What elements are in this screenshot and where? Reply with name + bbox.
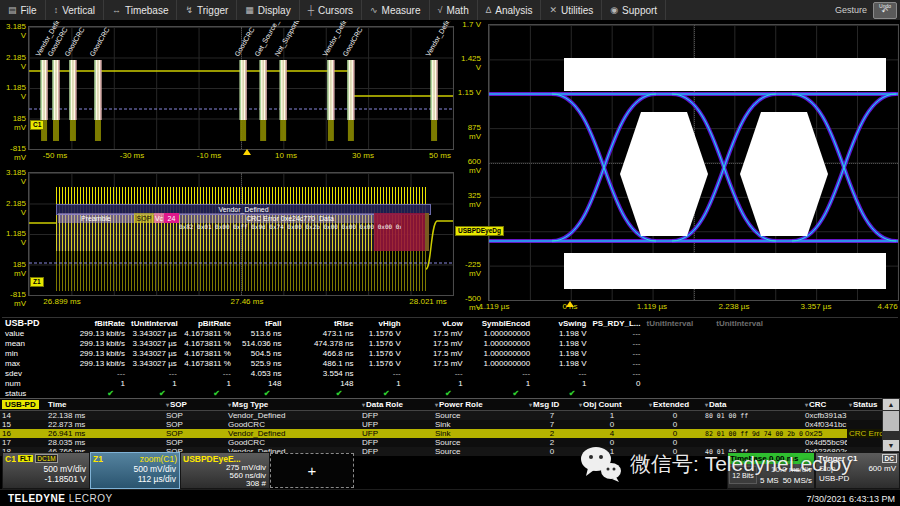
- segment-data[interactable]: CRC Error 0xe24c770 Data: [179, 213, 401, 223]
- x-tick-label: 26.899 ms: [34, 297, 90, 306]
- measure-cell: 1.000000000: [466, 338, 534, 348]
- measure-cell: 299.13 kbit/s: [47, 338, 128, 348]
- decode-row[interactable]: 1422.138 msSOPVendor_DefinedDFPSource710…: [0, 411, 882, 421]
- add-trace-button[interactable]: +: [270, 453, 354, 488]
- trigger-position-marker[interactable]: [243, 149, 251, 155]
- channel-descriptor-c1[interactable]: C1 FLT DC1M 500 mV/div -1.18501 V: [2, 452, 90, 489]
- measure-cell: ---: [466, 368, 534, 378]
- segment-preamble[interactable]: Preamble: [58, 213, 134, 223]
- decode-column-header[interactable]: SOP: [164, 399, 226, 411]
- segment-sop[interactable]: SOP: [134, 213, 154, 223]
- measure-cell: [644, 378, 714, 388]
- decode-column-header[interactable]: Data Role: [360, 399, 433, 411]
- menu-item-utilities[interactable]: ✕Utilities: [541, 0, 602, 20]
- x-tick-label: 27.46 ms: [219, 297, 275, 306]
- menu-item-trigger[interactable]: ↯Trigger: [177, 0, 237, 20]
- measure-cell: ✔: [533, 388, 589, 398]
- measure-cell: ---: [357, 368, 404, 378]
- zoom-plot[interactable]: Vendor_Defined Preamble SOP Vc 24 CRC Er…: [28, 172, 454, 296]
- vertical-offset: -1.18501 V: [3, 474, 89, 484]
- decode-column-header[interactable]: Status: [847, 399, 882, 411]
- decode-column-header[interactable]: Msg Type: [226, 399, 360, 411]
- menu-item-analysis[interactable]: ∆Analysis: [478, 0, 542, 20]
- decode-cell: 4: [577, 429, 647, 438]
- measure-cell: 17.5 mV: [404, 328, 466, 338]
- scroll-up-icon[interactable]: ▲: [883, 399, 899, 410]
- x-tick-label: 30 ms: [335, 151, 391, 160]
- measure-cell: 148: [234, 378, 285, 388]
- eye-mask-2: [740, 112, 828, 236]
- math-icon: √: [438, 5, 443, 15]
- zoom-descriptor-z1[interactable]: Z1 zoom(C1) 500 mV/div 112 µs/div: [90, 452, 180, 489]
- eye-plot[interactable]: [488, 24, 899, 301]
- measure-cell: 1: [533, 378, 589, 388]
- scroll-thumb[interactable]: [883, 411, 899, 431]
- measure-cell: 17.5 mV: [404, 358, 466, 368]
- y-tick-label: -815 mV: [0, 290, 26, 308]
- measure-column-header: fBitRate: [47, 318, 128, 328]
- decode-row[interactable]: 1728.035 msSOPGoodCRCDFPSource2000x4d55b…: [0, 438, 882, 447]
- menu-item-math[interactable]: √Math: [430, 0, 478, 20]
- sample-count: 5 MS: [760, 476, 779, 485]
- measure-cell: 4.1673811 %: [180, 338, 234, 348]
- filler: [783, 388, 898, 398]
- menu-item-file[interactable]: ▤File: [0, 0, 46, 20]
- menu-item-timebase[interactable]: ↔Timebase: [104, 0, 178, 20]
- measure-header-row: USB-PDfBitRatetUnitIntervalpBitRatetFall…: [2, 318, 898, 328]
- measure-cell: 0: [589, 378, 643, 388]
- menu-item-label: Timebase: [125, 5, 169, 16]
- measurement-table: USB-PDfBitRatetUnitIntervalpBitRatetFall…: [2, 318, 898, 398]
- measure-cell: 1.000000000: [466, 328, 534, 338]
- menu-item-cursors[interactable]: ┼Cursors: [300, 0, 362, 20]
- decode-row[interactable]: 1522.873 msSOPGoodCRCUFPSink7000x4f0341b…: [0, 420, 882, 429]
- measure-cell: ✔: [404, 388, 466, 398]
- filler: [783, 378, 898, 388]
- decode-column-header[interactable]: Power Role: [433, 399, 527, 411]
- y-tick-label: 2.185 V: [0, 199, 26, 217]
- scroll-down-icon[interactable]: ▼: [883, 440, 899, 451]
- trigger-descriptor[interactable]: Trigger C1 DC Stop 600 mV USB-PD: [815, 452, 900, 489]
- clock: 7/30/2021 6:43:13 PM: [806, 494, 900, 504]
- filler: [783, 318, 898, 328]
- menu-item-label: Cursors: [318, 5, 353, 16]
- eye-trace-badge[interactable]: USBPDEyeDg: [455, 226, 504, 236]
- eye-descriptor[interactable]: USBPDEyeE... 275 mV/div 560 ns/div 308 #: [180, 452, 270, 489]
- undo-button[interactable]: Undo ↶: [873, 2, 897, 19]
- decode-cell: GoodCRC: [226, 420, 360, 429]
- measure-cell: 1: [466, 378, 534, 388]
- measure-cell: ---: [589, 368, 643, 378]
- decode-column-header[interactable]: Data: [703, 399, 803, 411]
- menu-item-label: Measure: [382, 5, 421, 16]
- menu-item-display[interactable]: ▦Display: [237, 0, 299, 20]
- measure-row-label: status: [2, 388, 47, 398]
- measure-cell: 1.198 V: [533, 358, 589, 368]
- measure-cell: [644, 368, 714, 378]
- measure-row-min: min299.13 kbit/s3.343027 µs4.1673811 %50…: [2, 348, 898, 358]
- menu-item-support[interactable]: ◉Support: [602, 0, 666, 20]
- vertical-scale: 500 mV/div: [3, 464, 89, 474]
- decode-column-header[interactable]: Time: [46, 399, 164, 411]
- decode-cell: 0: [577, 438, 647, 447]
- decode-cell: 0x4f0341bc: [803, 420, 847, 429]
- vertical-icon: ↕: [54, 5, 59, 15]
- menu-item-measure[interactable]: ∿Measure: [362, 0, 429, 20]
- measure-cell: [713, 348, 783, 358]
- decode-column-header[interactable]: Extended: [647, 399, 703, 411]
- decode-cell: SOP: [164, 411, 226, 421]
- z1-trace-badge[interactable]: Z1: [30, 277, 44, 287]
- decode-column-header[interactable]: Msg ID: [527, 399, 577, 411]
- menu-item-vertical[interactable]: ↕Vertical: [46, 0, 104, 20]
- segment-msgid[interactable]: 24: [164, 213, 179, 223]
- mask-top-bar: [564, 58, 886, 91]
- measure-row-label: sdev: [2, 368, 47, 378]
- x-tick-label: 2.238 µs: [706, 302, 762, 311]
- decode-column-header[interactable]: CRC: [803, 399, 847, 411]
- decode-row[interactable]: 1626.941 msSOPVendor_DefinedUFPSink24082…: [0, 429, 882, 438]
- measure-cell: 504.5 ns: [234, 348, 285, 358]
- c1-trace-badge[interactable]: C1: [30, 120, 44, 130]
- segment-vc[interactable]: Vc: [154, 213, 164, 223]
- measure-column-header: tUnitInterval: [128, 318, 180, 328]
- decode-column-header[interactable]: Obj Count: [577, 399, 647, 411]
- timebase-descriptor[interactable]: Timebase 0.00 ms 12 Bits 10.0 ms/div 5 M…: [727, 452, 815, 489]
- crc-error-label: CRC Error 0xe24c770: [246, 215, 315, 222]
